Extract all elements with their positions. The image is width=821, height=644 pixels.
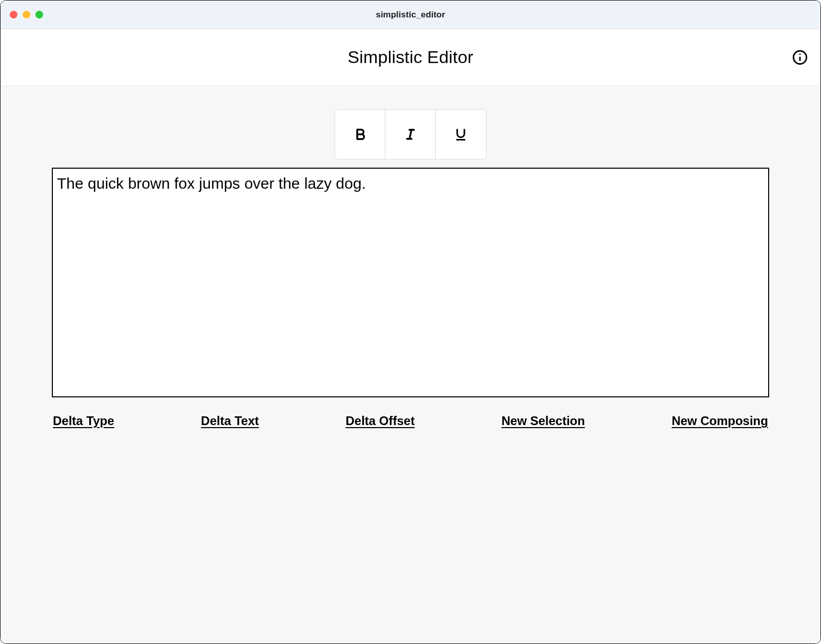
status-delta-text: Delta Text — [201, 414, 259, 428]
window-title: simplistic_editor — [376, 10, 445, 20]
status-delta-offset: Delta Offset — [346, 414, 415, 428]
italic-icon — [403, 127, 418, 142]
svg-point-2 — [799, 53, 801, 55]
format-toolbar — [335, 109, 486, 159]
content-area: The quick brown fox jumps over the lazy … — [1, 86, 820, 643]
status-new-composing: New Composing — [672, 414, 768, 428]
status-delta-type: Delta Type — [53, 414, 114, 428]
bold-button[interactable] — [335, 110, 385, 159]
fullscreen-window-button[interactable] — [35, 11, 43, 18]
editor-input[interactable]: The quick brown fox jumps over the lazy … — [57, 174, 764, 391]
app-window: simplistic_editor Simplistic Editor — [0, 0, 821, 644]
bold-icon — [353, 127, 367, 142]
italic-button[interactable] — [385, 110, 436, 159]
status-new-selection: New Selection — [501, 414, 585, 428]
close-window-button[interactable] — [10, 11, 17, 18]
info-button[interactable] — [791, 48, 809, 67]
underline-icon — [454, 127, 468, 142]
editor-box[interactable]: The quick brown fox jumps over the lazy … — [52, 168, 769, 397]
info-icon — [792, 49, 808, 66]
traffic-lights — [10, 11, 43, 18]
page-title: Simplistic Editor — [347, 47, 473, 67]
app-header: Simplistic Editor — [1, 29, 820, 86]
titlebar[interactable]: simplistic_editor — [1, 1, 820, 29]
underline-button[interactable] — [436, 110, 486, 159]
status-row: Delta Type Delta Text Delta Offset New S… — [52, 414, 769, 428]
minimize-window-button[interactable] — [23, 11, 30, 18]
